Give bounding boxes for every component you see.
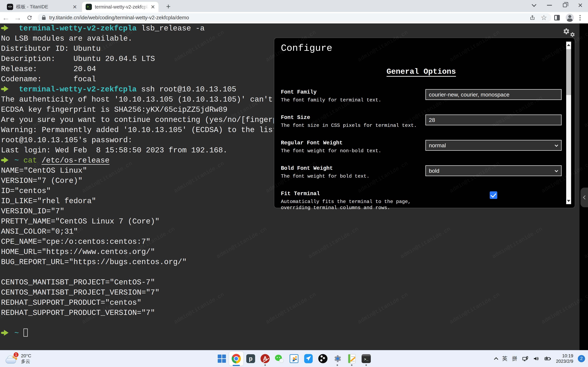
tab-titanide[interactable]: <> 模板 - TitanIDE × [3, 2, 80, 12]
back-button[interactable]: ← [0, 13, 12, 22]
share-icon [529, 14, 536, 21]
windows-taskbar: 1 20°C 多云 p A >_ 英 拼 [0, 350, 588, 367]
terminal-line: HOME_URL="https://www.centos.org/" [1, 247, 588, 257]
taskbar-chrome[interactable] [232, 354, 241, 363]
dialog-title: Configure [281, 43, 562, 54]
a-app-icon: A [260, 354, 270, 363]
forward-button[interactable]: → [12, 13, 24, 22]
p-app-icon: p [246, 354, 255, 363]
field-font-size: Font Size The font size in CSS pixels fo… [281, 115, 562, 129]
taskbar-settings[interactable] [333, 354, 342, 363]
tab-search-button[interactable] [526, 0, 542, 10]
new-tab-button[interactable]: + [164, 2, 173, 11]
taskbar-dingtalk[interactable] [304, 354, 313, 363]
scroll-up-arrow[interactable] [566, 42, 571, 48]
tab-title: 模板 - TitanIDE [16, 4, 70, 10]
tab-terminal[interactable]: >_ terminal-wetty-v2-zekfcpla - T × [82, 2, 158, 12]
tab-close-icon[interactable]: × [73, 3, 77, 10]
taskbar-notepad[interactable] [347, 354, 356, 363]
font-family-input[interactable] [425, 89, 562, 100]
taskbar-wechat[interactable] [275, 354, 284, 363]
ime-pinyin[interactable]: 拼 [512, 355, 517, 362]
toolbar-right [554, 14, 585, 22]
ime-language[interactable]: 英 [502, 355, 507, 362]
taskbar-chart-app[interactable] [289, 354, 299, 363]
gear-icon [569, 32, 575, 38]
clock[interactable]: 10:19 2023/2/9 [556, 353, 573, 364]
time-text: 10:19 [556, 353, 573, 359]
settings-gear-icon [333, 354, 342, 363]
chevron-down-icon [555, 169, 558, 172]
device-monitor-icon[interactable] [522, 355, 528, 362]
fit-terminal-checkbox[interactable] [490, 191, 497, 199]
field-description: The font size in CSS pixels for terminal… [281, 123, 419, 129]
window-controls: × [526, 0, 588, 10]
terminal-favicon-icon: >_ [86, 4, 92, 10]
running-dot [351, 364, 353, 366]
titanide-favicon-icon: <> [7, 4, 13, 10]
terminal-text: lsb_release -a [137, 24, 205, 33]
scroll-down-arrow[interactable] [566, 198, 571, 204]
start-button[interactable] [217, 354, 226, 363]
taskbar-terminal[interactable]: >_ [362, 354, 371, 363]
taskbar-p-app[interactable]: p [246, 354, 255, 363]
terminal-text: ANSI_COLOR="0;31" [1, 227, 78, 236]
prompt-arrow-icon [1, 86, 9, 92]
configure-dialog: Configure General Options Font Family Th… [274, 38, 575, 208]
address-bar[interactable]: try.titanide.cn/ide/web/coding/terminal-… [38, 13, 551, 22]
terminal-text: Release: 20.04 [1, 65, 96, 73]
chart-app-icon [290, 354, 298, 363]
terminal-line: REDHAT_SUPPORT_PRODUCT_VERSION="7" [1, 308, 588, 318]
selected-value: normal [429, 142, 446, 149]
profile-avatar[interactable] [566, 14, 574, 22]
terminal-line: BUG_REPORT_URL="https://bugs.centos.org/… [1, 257, 588, 267]
notification-badge[interactable]: 2 [578, 355, 585, 362]
taskbar-a-app[interactable]: A [260, 354, 270, 363]
terminal-text: Codename: focal [1, 75, 96, 83]
regular-font-weight-select[interactable]: normal [425, 140, 562, 151]
taskbar-obs[interactable] [318, 354, 328, 363]
dialog-scrollbar[interactable] [566, 42, 571, 204]
section-heading: General Options [281, 67, 562, 76]
tab-close-icon[interactable]: × [151, 3, 155, 10]
terminal-text: REDHAT_SUPPORT_PRODUCT="centos" [1, 299, 141, 307]
minimize-button[interactable] [542, 0, 557, 10]
chrome-icon [232, 354, 241, 363]
bold-font-weight-select[interactable]: bold [425, 165, 562, 176]
share-button[interactable] [529, 14, 536, 21]
terminal-text: NAME="CentOS Linux" [1, 167, 87, 175]
weather-widget[interactable]: 1 20°C 多云 [6, 350, 31, 367]
wechat-icon [275, 354, 284, 363]
panel-expand-handle[interactable] [580, 188, 588, 207]
reload-button[interactable] [24, 15, 35, 21]
restore-button[interactable] [557, 0, 573, 10]
field-label: Fit Terminal [281, 191, 419, 197]
terminal-line: CPE_NAME="cpe:/o:centos:centos:7" [1, 237, 588, 247]
chevron-left-icon [583, 195, 587, 199]
terminal-text [37, 156, 42, 165]
side-panel-icon[interactable] [554, 15, 560, 20]
settings-gear-button[interactable] [562, 27, 579, 39]
system-tray: 英 拼 10:19 2023/2/9 2 [495, 350, 585, 367]
volume-icon[interactable] [533, 355, 540, 362]
field-description: The font weight for non-bold text. [281, 148, 419, 154]
url-text[interactable]: try.titanide.cn/ide/web/coding/terminal-… [49, 15, 524, 21]
browser-menu-icon[interactable] [579, 15, 581, 20]
terminal-text: cat [24, 156, 37, 165]
field-regular-font-weight: Regular Font Weight The font weight for … [281, 140, 562, 154]
font-size-input[interactable] [425, 115, 562, 125]
bookmark-button[interactable]: ☆ [541, 14, 547, 21]
lock-icon[interactable] [42, 17, 46, 20]
battery-icon[interactable] [544, 355, 551, 362]
running-dot [337, 364, 338, 366]
field-font-family: Font Family The font family for terminal… [281, 89, 562, 103]
hidden-icons-chevron[interactable] [494, 357, 498, 361]
scrollbar-thumb[interactable] [566, 49, 571, 95]
field-fit-terminal: Fit Terminal Automatically fits the term… [281, 191, 562, 211]
close-window-button[interactable]: × [573, 0, 588, 10]
terminal-text: ~ [14, 156, 19, 165]
terminal-text: ID_LIKE="rhel fedora" [1, 197, 96, 205]
terminal-text: Description: Ubuntu 20.04.5 LTS [1, 55, 155, 63]
taskbar-apps: p A >_ [217, 350, 371, 367]
dingtalk-icon [304, 354, 313, 363]
